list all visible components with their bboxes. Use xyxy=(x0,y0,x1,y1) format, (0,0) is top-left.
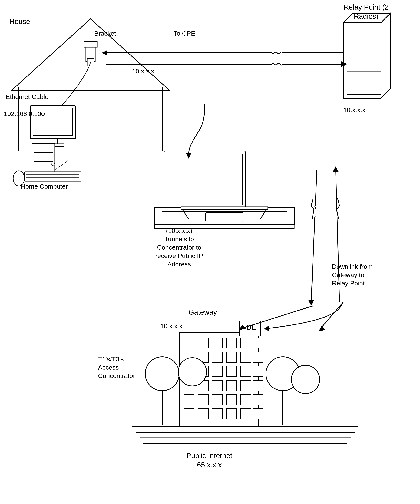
svg-rect-66 xyxy=(240,366,251,377)
svg-rect-51 xyxy=(198,338,208,348)
svg-rect-65 xyxy=(226,366,237,377)
svg-rect-67 xyxy=(253,366,263,377)
relay-point-title: Relay Point (2 Radios) xyxy=(341,3,391,21)
svg-rect-50 xyxy=(184,338,194,348)
svg-rect-71 xyxy=(226,380,237,391)
svg-rect-54 xyxy=(240,338,251,348)
svg-rect-83 xyxy=(226,409,237,419)
svg-marker-101 xyxy=(319,326,325,331)
svg-rect-4 xyxy=(84,42,97,47)
house-label: House xyxy=(9,17,30,26)
svg-rect-77 xyxy=(226,395,237,405)
svg-point-89 xyxy=(178,358,206,386)
svg-rect-76 xyxy=(212,395,222,405)
svg-rect-84 xyxy=(240,409,251,419)
svg-rect-72 xyxy=(240,380,251,391)
ethernet-cable-label: Ethernet Cable xyxy=(6,92,48,101)
svg-rect-79 xyxy=(253,395,263,405)
svg-rect-11 xyxy=(34,147,53,151)
svg-point-92 xyxy=(291,365,320,394)
svg-line-100 xyxy=(321,302,343,329)
svg-rect-40 xyxy=(181,207,268,210)
svg-rect-85 xyxy=(253,409,263,419)
svg-rect-81 xyxy=(198,409,208,419)
svg-rect-75 xyxy=(198,395,208,405)
svg-rect-13 xyxy=(34,158,53,162)
svg-rect-39 xyxy=(206,212,243,222)
svg-rect-12 xyxy=(34,153,53,156)
tunnels-label: (10.x.x.x) Tunnels to Concentrator to re… xyxy=(141,227,217,268)
ip-192-label: 192.168.0.100 xyxy=(4,109,45,118)
svg-rect-24 xyxy=(347,72,381,94)
gateway-label: Gateway xyxy=(189,308,217,317)
diagram: Relay Point (2 Radios) 10.x.x.x House Br… xyxy=(0,0,420,504)
svg-rect-61 xyxy=(253,352,263,362)
dl-box-label: DL xyxy=(241,323,261,332)
svg-rect-53 xyxy=(226,338,237,348)
svg-rect-73 xyxy=(253,380,263,391)
svg-rect-15 xyxy=(24,172,81,181)
svg-rect-80 xyxy=(184,409,194,419)
svg-rect-82 xyxy=(212,409,222,419)
svg-rect-34 xyxy=(167,154,242,205)
svg-point-14 xyxy=(52,163,55,166)
public-internet-label: Public Internet 65.x.x.x xyxy=(162,451,257,470)
svg-marker-44 xyxy=(308,300,314,306)
ip-10-arrow-label: 10.x.x.x xyxy=(132,67,154,75)
svg-marker-46 xyxy=(333,166,338,172)
svg-marker-102 xyxy=(264,326,269,331)
to-cpe-label: To CPE xyxy=(174,29,195,38)
downlink-label: Downlink from Gateway to Relay Point xyxy=(332,262,396,288)
home-computer-label: Home Computer xyxy=(21,182,68,191)
svg-rect-55 xyxy=(253,338,263,348)
ip-10-building-label: 10.x.x.x xyxy=(160,322,182,330)
svg-rect-74 xyxy=(184,395,194,405)
svg-rect-52 xyxy=(212,338,222,348)
bracket-label: Bracket xyxy=(94,29,116,38)
svg-marker-23 xyxy=(381,13,390,98)
t1-label: T1's/T3's Access Concentrator xyxy=(98,355,170,380)
svg-rect-78 xyxy=(240,395,251,405)
svg-rect-60 xyxy=(240,352,251,362)
svg-rect-58 xyxy=(212,352,222,362)
svg-rect-64 xyxy=(212,366,222,377)
svg-rect-59 xyxy=(226,352,237,362)
relay-point-ip: 10.x.x.x xyxy=(343,106,365,114)
svg-rect-70 xyxy=(212,380,222,391)
svg-line-43 xyxy=(311,170,317,302)
